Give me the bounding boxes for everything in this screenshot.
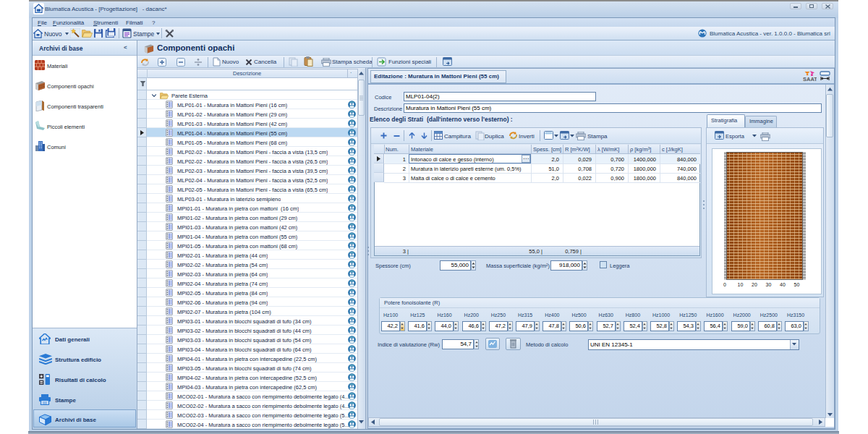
svg-text:SAAT: SAAT [803,76,817,82]
